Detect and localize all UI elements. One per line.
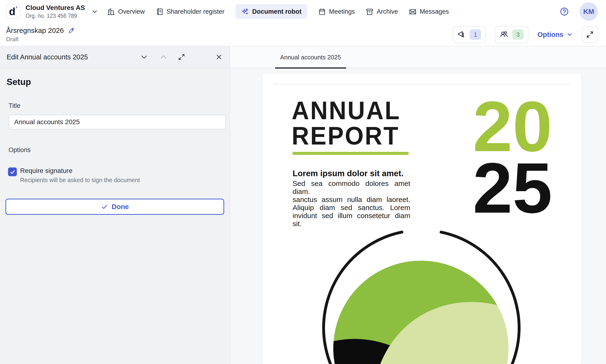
setup-section-title: Setup bbox=[7, 77, 223, 87]
announcements-button[interactable]: 1 bbox=[453, 26, 486, 43]
company-switcher[interactable]: Cloud Ventures AS Org. no. 123 456 789 bbox=[26, 4, 85, 19]
nav-item-messages[interactable]: Messages bbox=[409, 4, 449, 19]
main-nav: Overview Shareholder register Document r… bbox=[107, 4, 449, 19]
edit-panel-header: Edit Annual accounts 2025 bbox=[0, 46, 230, 68]
top-navigation-bar: d’ Cloud Ventures AS Org. no. 123 456 78… bbox=[0, 0, 606, 23]
require-signature-label[interactable]: Require signature bbox=[20, 167, 140, 175]
app-window: d’ Cloud Ventures AS Org. no. 123 456 78… bbox=[0, 0, 606, 364]
preview-tabstrip: Annual accounts 2025 bbox=[230, 46, 606, 68]
nav-item-label: Document robot bbox=[252, 8, 302, 15]
edit-panel-body: Setup Title Options Require signature Re… bbox=[0, 68, 230, 183]
options-dropdown[interactable]: Options bbox=[537, 31, 573, 39]
document-preview-area: Annual accounts 2025 ANNUAL REPORT 20 25… bbox=[230, 46, 606, 364]
user-avatar[interactable]: KM bbox=[579, 2, 598, 21]
document-title: Årsregnskap 2026 bbox=[6, 26, 64, 35]
status-badge: Draft bbox=[6, 36, 75, 43]
document-title-block: Årsregnskap 2026 Draft bbox=[6, 26, 75, 43]
nav-item-archive[interactable]: Archive bbox=[366, 4, 398, 19]
expand-icon bbox=[586, 30, 594, 39]
nav-item-shareholder-register[interactable]: Shareholder register bbox=[156, 4, 225, 19]
nav-item-label: Meetings bbox=[329, 8, 355, 15]
collapse-chevron-up-icon[interactable] bbox=[160, 53, 168, 61]
collapse-chevron-down-icon[interactable] bbox=[140, 53, 148, 61]
title-input[interactable] bbox=[9, 115, 226, 129]
users-icon bbox=[499, 30, 509, 39]
document-header-bar: Årsregnskap 2026 Draft 1 3 Opt bbox=[0, 23, 606, 46]
edit-panel: Edit Annual accounts 2025 bbox=[0, 46, 230, 364]
document-page[interactable]: ANNUAL REPORT 20 25 Lorem ipsum dolor si… bbox=[262, 74, 581, 364]
archive-box-icon bbox=[366, 8, 374, 16]
participants-count-badge: 3 bbox=[512, 29, 524, 40]
help-icon[interactable] bbox=[560, 7, 569, 16]
check-icon bbox=[10, 169, 16, 175]
envelope-icon bbox=[409, 8, 417, 16]
expand-panel-icon[interactable] bbox=[177, 53, 186, 61]
app-logo[interactable]: d’ bbox=[6, 4, 20, 19]
building-icon bbox=[107, 8, 115, 16]
check-icon bbox=[101, 203, 108, 210]
require-signature-checkbox[interactable] bbox=[8, 168, 17, 176]
edit-title-pencil-icon[interactable] bbox=[68, 27, 75, 34]
options-section-label: Options bbox=[9, 146, 223, 154]
calendar-icon bbox=[318, 8, 326, 16]
chevron-down-icon bbox=[566, 31, 573, 38]
avatar-initials: KM bbox=[583, 8, 594, 16]
sparkles-icon bbox=[241, 8, 249, 16]
active-tab-underline bbox=[275, 67, 346, 69]
done-button-label: Done bbox=[112, 203, 129, 211]
require-signature-row: Require signature Recipients will be ask… bbox=[8, 167, 223, 183]
done-button[interactable]: Done bbox=[5, 199, 224, 215]
tab-annual-accounts[interactable]: Annual accounts 2025 bbox=[275, 46, 346, 68]
edit-panel-controls bbox=[140, 53, 223, 61]
content-area: Edit Annual accounts 2025 bbox=[0, 46, 606, 364]
nav-item-label: Overview bbox=[118, 8, 145, 15]
doc-pie-graphic bbox=[262, 74, 581, 364]
require-signature-help: Recipients will be asked to sign the doc… bbox=[20, 177, 140, 183]
chevron-down-icon[interactable] bbox=[91, 8, 98, 15]
nav-item-meetings[interactable]: Meetings bbox=[318, 4, 355, 19]
title-field-label: Title bbox=[9, 102, 223, 109]
close-icon[interactable] bbox=[215, 53, 223, 61]
app-logo-letter: d bbox=[9, 5, 15, 18]
nav-item-label: Archive bbox=[377, 8, 398, 15]
edit-panel-title: Edit Annual accounts 2025 bbox=[7, 53, 88, 61]
announcements-count-badge: 1 bbox=[470, 29, 481, 40]
nav-item-label: Messages bbox=[420, 8, 449, 15]
tab-label: Annual accounts 2025 bbox=[280, 54, 341, 61]
nav-item-label: Shareholder register bbox=[167, 8, 225, 15]
docbar-actions: 1 3 Options bbox=[453, 26, 598, 43]
nav-item-document-robot[interactable]: Document robot bbox=[235, 4, 307, 19]
options-label: Options bbox=[537, 31, 563, 39]
nav-item-overview[interactable]: Overview bbox=[107, 4, 145, 19]
participants-button[interactable]: 3 bbox=[495, 26, 528, 43]
topbar-right-group: KM bbox=[560, 2, 598, 21]
ledger-icon bbox=[156, 8, 163, 16]
company-name: Cloud Ventures AS bbox=[26, 4, 85, 12]
fullscreen-button[interactable] bbox=[582, 26, 598, 43]
app-logo-accent: ’ bbox=[16, 5, 17, 13]
company-org-number: Org. no. 123 456 789 bbox=[26, 13, 85, 19]
megaphone-icon bbox=[457, 30, 466, 39]
